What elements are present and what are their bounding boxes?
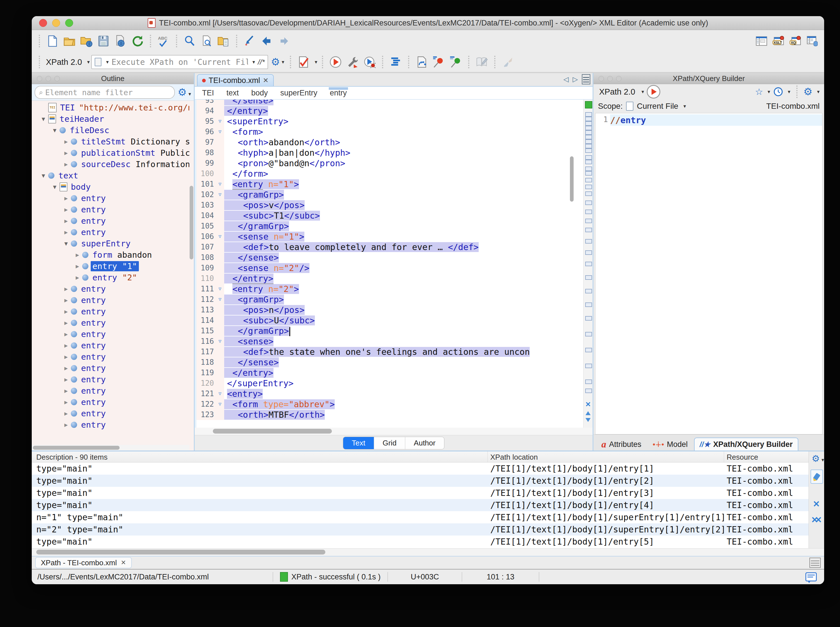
result-row[interactable]: n="2" type="main"/TEI[1]/text[1]/body[1]… xyxy=(32,523,808,536)
outline-tree-item[interactable]: ▶entry xyxy=(32,385,189,397)
ruler-mark[interactable] xyxy=(585,219,592,223)
outline-tree-item[interactable]: ▶sourceDescInformation xyxy=(32,159,189,170)
minimize-window-button[interactable] xyxy=(52,19,60,27)
code-line[interactable]: 122▽<form type="abbrev"> xyxy=(196,399,583,410)
ruler-mark[interactable] xyxy=(585,191,592,196)
format-indent-button[interactable] xyxy=(388,54,403,70)
code-line[interactable]: 106▽<sense n="1"> xyxy=(196,232,583,242)
outline-tree-item[interactable]: ▶entry xyxy=(32,340,189,351)
pin-green-button[interactable] xyxy=(448,54,463,70)
code-line[interactable]: 109<sense n="2"/> xyxy=(196,263,583,273)
outline-tree-item[interactable]: ▶entry xyxy=(32,374,189,385)
xpath-results-tab[interactable]: XPath - TEI-combo.xml ✕ xyxy=(35,557,132,569)
console-icon[interactable] xyxy=(809,558,821,568)
code-line[interactable]: 119</entry> xyxy=(196,368,583,378)
debug-scenario-button[interactable] xyxy=(362,54,377,70)
code-line[interactable]: 112▽<gramGrp> xyxy=(196,294,583,305)
history-clock-icon[interactable] xyxy=(773,87,783,97)
ruler-mark[interactable] xyxy=(585,148,592,153)
ruler-mark[interactable] xyxy=(585,155,592,160)
find-in-files-button[interactable] xyxy=(216,33,231,49)
ruler-mark[interactable] xyxy=(585,160,592,164)
expand-arrow-icon[interactable]: ▶ xyxy=(61,217,71,224)
xslt-debugger-button[interactable]: XSLT xyxy=(771,33,786,49)
save-button[interactable] xyxy=(96,33,111,49)
expand-arrow-icon[interactable]: ▶ xyxy=(61,376,71,383)
tab-xpath-builder[interactable]: //★ XPath/XQuery Builder xyxy=(694,438,798,451)
code-line[interactable]: 117<def>the state when one's feelings an… xyxy=(196,347,583,357)
tab-attributes[interactable]: a Attributes xyxy=(596,438,646,451)
expand-arrow-icon[interactable]: ▶ xyxy=(73,274,82,281)
outline-tree-item[interactable]: ▶entry xyxy=(32,419,189,430)
ruler-mark[interactable] xyxy=(585,228,592,232)
outline-tree-item[interactable]: ▶entry xyxy=(32,295,189,306)
results-col-xpath[interactable]: XPath location xyxy=(490,453,538,462)
ruler-mark[interactable] xyxy=(585,348,592,352)
forward-button[interactable] xyxy=(276,33,291,49)
outline-tree-item[interactable]: ▶entry xyxy=(32,408,189,419)
outline-tree-item[interactable]: ▶entry xyxy=(32,397,189,408)
back-button[interactable] xyxy=(259,33,274,49)
find-replace-button[interactable] xyxy=(182,33,197,49)
breadcrumb-item-text[interactable]: text xyxy=(226,87,239,99)
execute-xpath-button[interactable] xyxy=(647,85,660,99)
ruler-mark[interactable] xyxy=(585,380,592,384)
code-line[interactable]: 120</superEntry> xyxy=(196,378,583,389)
expand-arrow-icon[interactable]: ▶ xyxy=(61,365,71,372)
fold-toggle-icon[interactable]: ▽ xyxy=(216,232,224,242)
close-tab-icon[interactable]: ✕ xyxy=(263,76,268,84)
scroll-down-icon[interactable] xyxy=(586,418,591,422)
outline-tree-item[interactable]: ▶entry"2" xyxy=(32,272,189,283)
outline-tree-item[interactable]: ▼superEntry xyxy=(32,238,189,249)
zoom-window-button[interactable] xyxy=(65,19,73,27)
outline-tree-item[interactable]: ▶entry xyxy=(32,317,189,329)
ruler-mark[interactable] xyxy=(585,364,592,368)
code-line[interactable]: 100</form> xyxy=(196,169,583,179)
result-row[interactable]: type="main"/TEI[1]/text[1]/body[1]/entry… xyxy=(32,536,808,548)
filter-results-button[interactable] xyxy=(500,54,515,70)
fold-toggle-icon[interactable]: ▽ xyxy=(216,189,224,200)
outline-tree-item[interactable]: ▶entry xyxy=(32,215,189,227)
outline-tree-item[interactable]: ▶entry xyxy=(32,283,189,295)
expand-arrow-icon[interactable]: ▶ xyxy=(61,320,71,326)
code-line[interactable]: 102▽<gramGrp> xyxy=(196,189,583,200)
ruler-mark[interactable] xyxy=(585,250,592,255)
result-row[interactable]: n="1" type="main"/TEI[1]/text[1]/body[1]… xyxy=(32,511,808,523)
outline-tree-item[interactable]: TEITEI"http://www.tei-c.org/ns/1. xyxy=(32,102,189,113)
code-line[interactable]: 113<pos>n</pos> xyxy=(196,305,583,315)
tab-model[interactable]: •∔• Model xyxy=(647,438,693,451)
outline-tree-item[interactable]: ▼fileDesc xyxy=(32,124,189,136)
results-horizontal-scrollbar[interactable] xyxy=(32,548,824,556)
ruler-mark[interactable] xyxy=(585,200,592,205)
code-line[interactable]: 103<pos>v</pos> xyxy=(196,200,583,210)
builder-xpath-version-select[interactable]: XPath 2.0 xyxy=(599,87,635,96)
configure-transformation-button[interactable] xyxy=(345,54,360,70)
result-row[interactable]: type="main"/TEI[1]/text[1]/body[1]/entry… xyxy=(32,462,808,475)
code-line[interactable]: 96▽<form> xyxy=(196,127,583,137)
collapse-arrow-icon[interactable]: ▼ xyxy=(61,240,71,247)
collapse-arrow-icon[interactable]: ▼ xyxy=(38,115,48,122)
element-name-filter-input[interactable]: ⌕ Element name filter xyxy=(35,86,175,99)
ruler-mark[interactable] xyxy=(585,139,592,144)
mode-text-button[interactable]: Text xyxy=(343,437,374,449)
ruler-mark[interactable] xyxy=(585,171,592,176)
expand-arrow-icon[interactable]: ▶ xyxy=(61,297,71,304)
code-line[interactable]: 98<hyph>a|ban|don</hyph> xyxy=(196,148,583,158)
expand-arrow-icon[interactable]: ▶ xyxy=(61,138,71,145)
database-perspective-button[interactable] xyxy=(805,33,820,49)
fold-toggle-icon[interactable]: ▽ xyxy=(216,294,224,305)
mode-author-button[interactable]: Author xyxy=(405,437,444,449)
ruler-mark[interactable] xyxy=(585,316,592,321)
ruler-mark[interactable] xyxy=(585,135,592,139)
favorites-star-icon[interactable]: ☆ xyxy=(755,87,763,97)
editor-horizontal-scrollbar[interactable] xyxy=(195,428,592,435)
xpath-query-editor[interactable]: 1 //entry xyxy=(595,113,823,435)
outline-tree-item[interactable]: ▼text xyxy=(32,170,189,181)
breadcrumb-item-body[interactable]: body xyxy=(251,87,268,99)
ruler-mark[interactable] xyxy=(585,144,592,148)
outline-horizontal-scrollbar[interactable] xyxy=(32,445,189,451)
outline-tree-item[interactable]: ▶entry xyxy=(32,306,189,317)
code-line[interactable]: 108</sense> xyxy=(196,252,583,263)
editor-list-icon[interactable] xyxy=(582,74,591,84)
code-line[interactable]: 107<def>to leave completely and for ever… xyxy=(196,242,583,252)
